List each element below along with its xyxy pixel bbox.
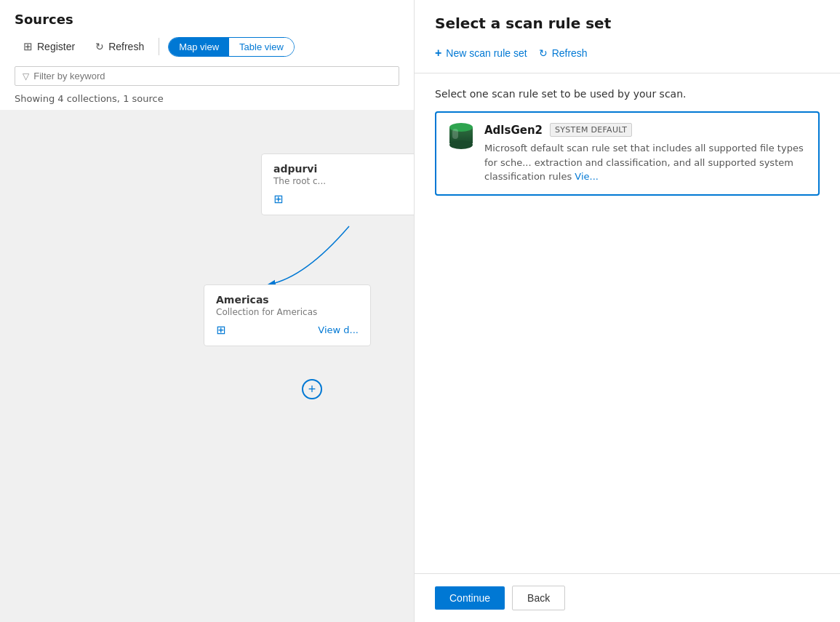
register-button[interactable]: ⊞ Register bbox=[15, 36, 84, 57]
cylinder-bottom bbox=[449, 140, 473, 149]
add-child-button[interactable]: + bbox=[302, 379, 322, 399]
americas-actions: ⊞ View d... bbox=[216, 323, 359, 337]
plus-icon: + bbox=[435, 47, 441, 60]
new-scan-rule-set-label: New scan rule set bbox=[446, 47, 527, 59]
continue-button[interactable]: Continue bbox=[435, 586, 505, 610]
cylinder-highlight bbox=[452, 129, 458, 139]
right-title: Select a scan rule set bbox=[435, 15, 820, 32]
scan-rule-desc-text: Microsoft default scan rule set that inc… bbox=[484, 143, 804, 182]
right-body: Select one scan rule set to be used by y… bbox=[415, 73, 840, 573]
adpurv-subtitle: The root c... bbox=[273, 176, 409, 186]
map-view-button[interactable]: Map view bbox=[169, 38, 229, 56]
sources-title: Sources bbox=[15, 12, 399, 27]
adls-gen2-icon bbox=[449, 123, 473, 149]
collections-info: Showing 4 collections, 1 source bbox=[0, 93, 414, 110]
filter-icon: ▽ bbox=[23, 71, 29, 81]
filter-input-wrap: ▽ bbox=[15, 66, 399, 86]
new-scan-rule-set-button[interactable]: + New scan rule set bbox=[435, 42, 527, 64]
map-area: adpurvi The root c... ⊞ Americas Collect… bbox=[0, 110, 414, 622]
view-toggle: Map view Table view bbox=[168, 37, 295, 57]
adpurv-grid-icon[interactable]: ⊞ bbox=[273, 192, 409, 206]
left-toolbar: ⊞ Register ↻ Refresh Map view Table view bbox=[15, 36, 399, 57]
filter-row: ▽ bbox=[0, 66, 414, 93]
refresh-button-left[interactable]: ↻ Refresh bbox=[87, 36, 153, 57]
scan-rule-icon-wrap bbox=[448, 123, 474, 149]
toolbar-divider bbox=[159, 38, 159, 55]
refresh-button-right[interactable]: ↻ Refresh bbox=[539, 43, 588, 63]
americas-title: Americas bbox=[216, 294, 359, 306]
americas-view-details-link[interactable]: View d... bbox=[318, 324, 359, 335]
scan-rule-card[interactable]: AdlsGen2 SYSTEM DEFAULT Microsoft defaul… bbox=[435, 111, 820, 196]
scan-rule-info: AdlsGen2 SYSTEM DEFAULT Microsoft defaul… bbox=[484, 123, 807, 184]
right-footer: Continue Back bbox=[415, 573, 840, 622]
refresh-label-right: Refresh bbox=[552, 47, 588, 59]
register-label: Register bbox=[37, 41, 75, 52]
left-panel: Sources ⊞ Register ↻ Refresh Map view Ta… bbox=[0, 0, 415, 622]
system-default-badge: SYSTEM DEFAULT bbox=[550, 123, 632, 137]
left-header: Sources ⊞ Register ↻ Refresh Map view Ta… bbox=[0, 0, 414, 66]
select-instruction: Select one scan rule set to be used by y… bbox=[435, 88, 820, 100]
refresh-label-left: Refresh bbox=[108, 41, 144, 52]
right-panel: Select a scan rule set + New scan rule s… bbox=[415, 0, 840, 622]
right-toolbar: + New scan rule set ↻ Refresh bbox=[435, 42, 820, 64]
adpurv-title: adpurvi bbox=[273, 163, 409, 175]
scan-rule-name: AdlsGen2 bbox=[484, 124, 543, 137]
back-button[interactable]: Back bbox=[512, 586, 565, 610]
table-view-button[interactable]: Table view bbox=[229, 38, 294, 56]
americas-grid-icon[interactable]: ⊞ bbox=[216, 323, 225, 337]
americas-card: Americas Collection for Americas ⊞ View … bbox=[204, 284, 371, 346]
grid-icon: ⊞ bbox=[23, 40, 33, 53]
scan-rule-name-row: AdlsGen2 SYSTEM DEFAULT bbox=[484, 123, 807, 137]
scan-rule-desc: Microsoft default scan rule set that inc… bbox=[484, 141, 807, 184]
right-header: Select a scan rule set + New scan rule s… bbox=[415, 0, 840, 73]
adpurv-card: adpurvi The root c... ⊞ bbox=[261, 153, 414, 215]
filter-input[interactable] bbox=[33, 71, 391, 81]
refresh-icon-left: ↻ bbox=[95, 41, 104, 52]
americas-subtitle: Collection for Americas bbox=[216, 307, 359, 317]
scan-rule-view-link[interactable]: Vie... bbox=[575, 171, 599, 182]
refresh-icon-right: ↻ bbox=[539, 47, 548, 59]
